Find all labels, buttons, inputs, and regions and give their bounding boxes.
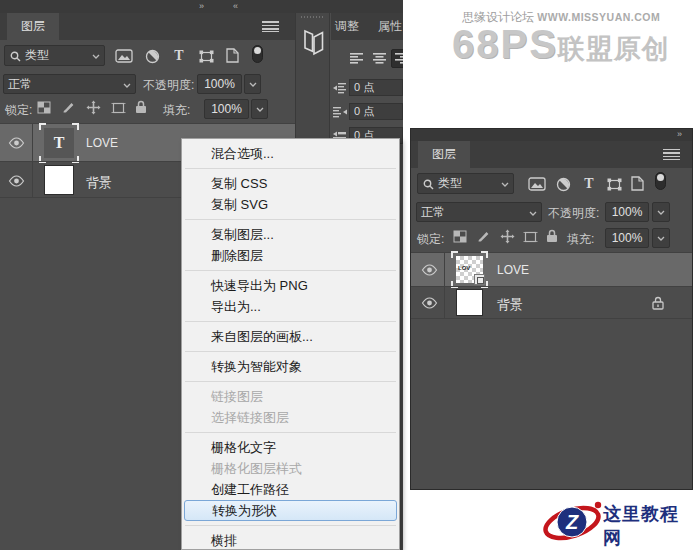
lock-all-icon[interactable] <box>545 228 558 243</box>
layer-row-love[interactable]: LOV LOVE <box>411 253 692 286</box>
filter-adjustment-layers-icon[interactable] <box>554 175 572 193</box>
menu-item-copy-css[interactable]: 复制 CSS <box>182 173 399 194</box>
menu-item-link-layers: 链接图层 <box>182 386 399 407</box>
menu-item-artboard-from-layers[interactable]: 来自图层的画板... <box>182 326 399 347</box>
fill-value[interactable]: 100% <box>605 228 649 248</box>
text-layer-thumbnail[interactable]: T <box>44 128 74 158</box>
filter-pixel-layers-icon[interactable] <box>527 175 547 193</box>
visibility-eye-icon[interactable] <box>7 137 25 149</box>
visibility-eye-icon[interactable] <box>420 264 438 276</box>
filter-toggle-icon[interactable] <box>653 171 667 191</box>
fill-dropdown-button[interactable] <box>652 228 670 248</box>
thumbnail-t-glyph: T <box>54 134 65 151</box>
collapse-panel-icon[interactable]: » <box>677 129 682 140</box>
svg-text:Z: Z <box>565 511 579 533</box>
lock-label: 锁定: <box>5 102 32 119</box>
screenshot-root: » « 图层 类型 <box>0 0 696 550</box>
menu-item-convert-to-shape[interactable]: 转换为形状 <box>184 500 397 521</box>
layer-name: LOVE <box>497 263 529 277</box>
align-right-button[interactable] <box>391 49 403 68</box>
tab-layers[interactable]: 图层 <box>418 141 470 168</box>
opacity-dropdown-button[interactable] <box>244 74 261 94</box>
watermark-logo-suffix: 联盟原创 <box>558 34 670 64</box>
right-panel-tabbar: 图层 <box>411 141 692 168</box>
watermark-bottom-title: 这里教程网 <box>603 502 695 550</box>
right-panel-top-strip: » <box>411 129 692 141</box>
lock-artboard-icon[interactable] <box>522 229 539 244</box>
lock-all-icon[interactable] <box>134 99 147 114</box>
menu-item-quick-export-png[interactable]: 快速导出为 PNG <box>182 275 399 296</box>
panel-menu-icon[interactable] <box>262 21 279 32</box>
fill-dropdown-button[interactable] <box>251 99 268 119</box>
menu-separator <box>185 432 396 433</box>
lock-position-move-icon[interactable] <box>499 228 515 244</box>
search-icon <box>10 51 21 62</box>
filter-type-layers-icon[interactable]: T <box>580 174 598 194</box>
paragraph-panel-icon[interactable] <box>301 25 326 59</box>
menu-item-rasterize-type[interactable]: 栅格化文字 <box>182 437 399 458</box>
visibility-eye-icon[interactable] <box>7 175 25 187</box>
menu-separator <box>185 321 396 322</box>
menu-item-copy-svg[interactable]: 复制 SVG <box>182 194 399 215</box>
menu-separator <box>185 351 396 352</box>
menu-item-convert-to-smart-object[interactable]: 转换为智能对象 <box>182 356 399 377</box>
z-logo-icon: Z <box>543 496 603 548</box>
filter-smart-object-icon[interactable] <box>629 174 645 193</box>
visibility-eye-icon[interactable] <box>420 297 438 309</box>
layer-name: LOVE <box>86 136 118 150</box>
layer-name: 背景 <box>497 296 523 314</box>
align-center-button[interactable] <box>369 49 390 68</box>
lock-transparency-icon[interactable] <box>452 229 468 244</box>
filter-smart-object-icon[interactable] <box>224 46 240 65</box>
lock-label: 锁定: <box>417 231 444 248</box>
layer-filter-select[interactable]: 类型 <box>4 45 105 66</box>
indent-right-icon <box>333 105 347 123</box>
filter-type-layers-icon[interactable]: T <box>170 46 188 66</box>
indent-left-field[interactable]: 0 点 <box>349 79 403 96</box>
opacity-label: 不透明度: <box>143 77 194 94</box>
tab-layers[interactable]: 图层 <box>7 13 59 40</box>
watermark-logo-68ps: 68PS <box>452 22 558 66</box>
lock-position-move-icon[interactable] <box>85 99 101 115</box>
lock-pixels-brush-icon[interactable] <box>476 229 491 244</box>
opacity-value[interactable]: 100% <box>197 74 242 94</box>
menu-item-export-as[interactable]: 导出为... <box>182 296 399 317</box>
menu-item-create-work-path[interactable]: 创建工作路径 <box>182 479 399 500</box>
fill-value[interactable]: 100% <box>204 99 249 119</box>
opacity-value[interactable]: 100% <box>605 202 649 222</box>
menu-item-delete-layer[interactable]: 删除图层 <box>182 245 399 266</box>
filter-pixel-layers-icon[interactable] <box>114 47 134 65</box>
lock-artboard-icon[interactable] <box>110 100 127 115</box>
opacity-label: 不透明度: <box>548 205 599 222</box>
menu-separator <box>185 381 396 382</box>
tab-adjustments[interactable]: 调整 <box>335 13 359 40</box>
shape-layer-thumbnail[interactable]: LOV <box>456 256 483 283</box>
collapse-panels-icon[interactable]: » <box>199 0 204 12</box>
layer-filter-select[interactable]: 类型 <box>417 173 514 194</box>
filter-shape-layers-icon[interactable] <box>604 175 624 193</box>
blend-mode-select[interactable]: 正常 <box>3 74 136 94</box>
filter-shape-layers-icon[interactable] <box>196 47 216 65</box>
blend-mode-select[interactable]: 正常 <box>416 202 542 222</box>
tab-properties[interactable]: 属性 <box>378 13 402 40</box>
blend-mode-value: 正常 <box>4 76 135 93</box>
lock-transparency-icon[interactable] <box>36 100 52 115</box>
menu-item-select-linked-layers: 选择链接图层 <box>182 407 399 428</box>
background-layer-thumbnail[interactable] <box>456 289 483 316</box>
expand-panels-icon[interactable]: « <box>233 0 238 12</box>
background-layer-thumbnail[interactable] <box>44 165 74 195</box>
menu-item-blending-options[interactable]: 混合选项... <box>182 143 399 164</box>
search-icon <box>423 179 434 190</box>
opacity-dropdown-button[interactable] <box>652 202 670 222</box>
align-left-button[interactable] <box>346 49 367 68</box>
lock-pixels-brush-icon[interactable] <box>61 100 76 115</box>
panel-menu-icon[interactable] <box>663 149 680 160</box>
filter-adjustment-layers-icon[interactable] <box>143 47 161 65</box>
background-lock-icon[interactable] <box>651 295 664 310</box>
layer-row-background[interactable]: 背景 <box>411 286 692 319</box>
filter-toggle-icon[interactable] <box>250 44 264 64</box>
chevron-down-icon <box>92 54 100 59</box>
indent-right-field[interactable]: 0 点 <box>349 103 403 120</box>
menu-item-duplicate-layer[interactable]: 复制图层... <box>182 224 399 245</box>
menu-item-horizontal[interactable]: 横排 <box>182 530 399 550</box>
